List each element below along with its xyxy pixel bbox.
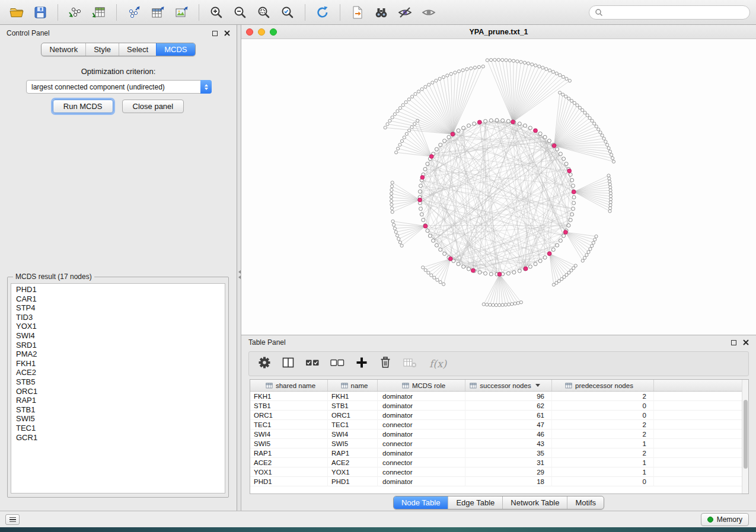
table-cell: dominator — [378, 392, 465, 401]
table-row[interactable]: SWI5SWI5connector431 — [250, 439, 748, 448]
memory-button[interactable]: Memory — [701, 513, 749, 526]
column-type-icon — [402, 382, 409, 389]
close-panel-icon[interactable] — [224, 30, 230, 36]
mcds-result-item[interactable]: SRD1 — [11, 341, 225, 350]
mcds-result-item[interactable]: RAP1 — [11, 396, 225, 405]
column-header-mcds-role[interactable]: MCDS role — [378, 380, 465, 391]
mcds-result-item[interactable]: STB1 — [11, 405, 225, 415]
table-row[interactable]: ACE2ACE2connector311 — [250, 458, 748, 467]
table-row[interactable]: PHD1PHD1dominator180 — [250, 477, 748, 486]
zoom-selected-button[interactable] — [277, 3, 298, 22]
eye-slash-icon — [397, 5, 413, 20]
export-image-button[interactable] — [171, 3, 192, 22]
import-table-icon — [91, 5, 107, 20]
show-details-button[interactable] — [418, 3, 439, 22]
mcds-result-list[interactable]: PHD1CAR1STP4TID3YOX1SWI4SRD1PMA2FKH1ACE2… — [11, 283, 225, 493]
mcds-result-item[interactable]: ACE2 — [11, 368, 225, 377]
status-bar: Memory — [0, 511, 756, 527]
close-panel-button[interactable]: Close panel — [122, 100, 184, 113]
tab-motifs[interactable]: Motifs — [567, 496, 604, 509]
criterion-select[interactable]: largest connected component (undirected) — [26, 80, 212, 94]
hide-details-button[interactable] — [394, 3, 416, 22]
eye-icon — [421, 5, 436, 20]
import-network-button[interactable] — [65, 3, 86, 22]
table-row[interactable]: FKH1FKH1dominator962 — [250, 392, 748, 401]
mcds-result-item[interactable]: SWI5 — [11, 414, 225, 424]
search-input[interactable] — [607, 8, 744, 17]
column-header-predecessor-nodes[interactable]: predecessor nodes — [552, 380, 654, 391]
mcds-result-item[interactable]: CAR1 — [11, 294, 225, 304]
mcds-result-item[interactable]: ORC1 — [11, 387, 225, 396]
delete-column-button[interactable] — [378, 355, 393, 372]
minimize-window-icon[interactable] — [258, 28, 265, 36]
criterion-selected-value: largest connected component (undirected) — [31, 83, 165, 91]
zoom-window-icon[interactable] — [270, 28, 277, 36]
mcds-result-item[interactable]: FKH1 — [11, 359, 225, 368]
splitter-handle-icon[interactable] — [238, 267, 241, 282]
mcds-result-item[interactable]: GCR1 — [11, 433, 225, 443]
tab-network-table[interactable]: Network Table — [502, 496, 567, 509]
column-header-name[interactable]: name — [328, 380, 378, 391]
zoom-out-button[interactable] — [229, 3, 251, 22]
select-all-button[interactable] — [305, 355, 320, 372]
table-row[interactable]: STB1STB1dominator620 — [250, 401, 748, 411]
run-mcds-button[interactable]: Run MCDS — [53, 100, 113, 113]
table-row[interactable]: TEC1TEC1connector472 — [250, 420, 748, 430]
open-file-button[interactable] — [6, 3, 27, 22]
tab-network[interactable]: Network — [42, 43, 85, 56]
clone-network-button[interactable] — [347, 3, 368, 22]
mcds-result-item[interactable]: YOX1 — [11, 322, 225, 331]
clone-network-icon — [350, 5, 365, 20]
table-row[interactable]: RAP1RAP1dominator352 — [250, 448, 748, 458]
mcds-result-item[interactable]: STB5 — [11, 377, 225, 387]
list-icon — [9, 517, 16, 518]
mcds-result-item[interactable]: STP4 — [11, 303, 225, 313]
column-header-shared-name[interactable]: shared name — [250, 380, 328, 391]
search-box[interactable] — [589, 5, 750, 20]
table-cell: 35 — [465, 448, 552, 458]
find-button[interactable] — [371, 3, 392, 22]
export-network-button[interactable] — [123, 3, 145, 22]
tab-node-table[interactable]: Node Table — [394, 496, 448, 509]
deselect-all-button[interactable] — [330, 355, 345, 372]
tab-style[interactable]: Style — [85, 43, 119, 56]
zoom-fit-button[interactable] — [253, 3, 275, 22]
mcds-result-item[interactable]: PHD1 — [11, 285, 225, 294]
import-table-button[interactable] — [88, 3, 110, 22]
mcds-result-item[interactable]: SWI4 — [11, 331, 225, 341]
zoom-in-button[interactable] — [206, 3, 227, 22]
float-panel-icon[interactable] — [212, 31, 218, 36]
tab-edge-table[interactable]: Edge Table — [448, 496, 502, 509]
close-window-icon[interactable] — [246, 28, 253, 36]
toolbar-separator — [199, 4, 199, 21]
mcds-result-item[interactable]: PMA2 — [11, 350, 225, 359]
save-button[interactable] — [30, 3, 51, 22]
table-row[interactable]: YOX1YOX1connector291 — [250, 467, 748, 477]
float-table-panel-icon[interactable] — [731, 340, 736, 345]
show-columns-button[interactable] — [281, 355, 295, 372]
add-column-button[interactable] — [355, 355, 369, 372]
close-table-panel-icon[interactable] — [743, 339, 749, 345]
binoculars-icon — [374, 5, 389, 20]
table-cell: ORC1 — [328, 411, 378, 420]
table-settings-button[interactable] — [257, 355, 272, 372]
mcds-result-item[interactable]: TEC1 — [11, 424, 225, 433]
tab-mcds[interactable]: MCDS — [156, 43, 194, 56]
table-panel-tabbar: Node Table Edge Table Network Table Moti… — [241, 496, 756, 509]
table-cell: connector — [378, 439, 465, 448]
column-header-successor-nodes[interactable]: successor nodes — [465, 380, 552, 391]
table-scrollbar[interactable] — [742, 380, 748, 493]
export-table-button[interactable] — [147, 3, 168, 22]
task-history-button[interactable] — [5, 514, 20, 525]
delete-table-icon — [402, 355, 417, 370]
tab-select[interactable]: Select — [119, 43, 156, 56]
mcds-result-item[interactable]: TID3 — [11, 313, 225, 322]
network-canvas[interactable] — [241, 39, 756, 335]
table-row[interactable]: ORC1ORC1dominator610 — [250, 411, 748, 420]
scrollbar-thumb[interactable] — [744, 400, 748, 469]
panel-splitter[interactable] — [237, 25, 241, 511]
table-cell: 2 — [552, 430, 654, 439]
refresh-button[interactable] — [312, 3, 333, 22]
table-row[interactable]: SWI4SWI4dominator462 — [250, 430, 748, 439]
table-cell: PHD1 — [328, 477, 378, 486]
